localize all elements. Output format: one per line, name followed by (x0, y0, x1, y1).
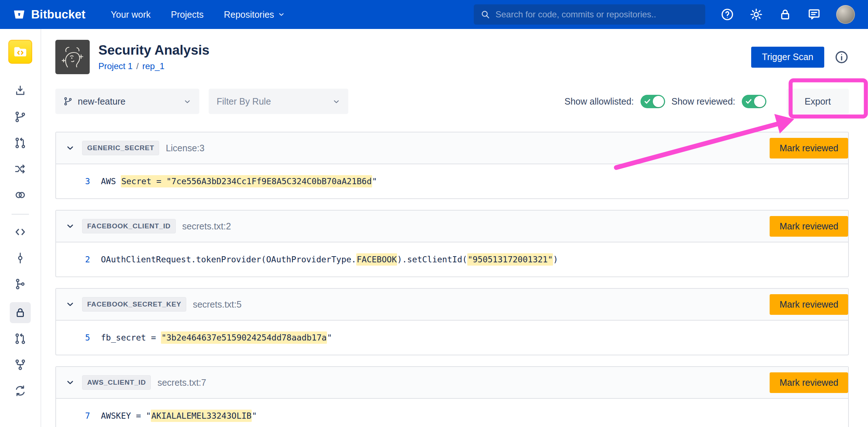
check-icon (644, 98, 651, 105)
code-segment: FACEBOOK (356, 253, 397, 266)
branch-selector[interactable]: new-feature (55, 89, 199, 114)
page-header: Security Analysis Project 1 / rep_1 Trig… (55, 40, 849, 74)
clone-icon[interactable] (12, 83, 28, 99)
rule-filter-selector[interactable]: Filter By Rule (209, 89, 348, 114)
rule-badge: AWS_CLIENT_ID (82, 375, 151, 390)
trigger-scan-button[interactable]: Trigger Scan (751, 47, 824, 68)
show-allowlisted-label: Show allowlisted: (565, 96, 634, 107)
deployments-icon[interactable] (12, 187, 28, 203)
finding-header: AWS_CLIENT_ID secrets.txt:7 Mark reviewe… (56, 367, 848, 399)
code-line: OAuthClientRequest.tokenProvider(OAuthPr… (101, 255, 558, 264)
code-segment: ) (553, 255, 558, 264)
top-nav: Bitbucket Your work Projects Repositorie… (0, 0, 868, 29)
collapse-chevron-icon[interactable] (65, 221, 75, 231)
folder-code-icon (12, 44, 28, 60)
code-segment: "3b2e464637e5159024254dd78aadb17a (161, 331, 327, 344)
collapse-chevron-icon[interactable] (65, 143, 75, 153)
show-reviewed-toggle[interactable] (742, 95, 766, 108)
pipelines-icon[interactable] (12, 161, 28, 177)
main-content: Security Analysis Project 1 / rep_1 Trig… (41, 29, 868, 427)
finding-header: GENERIC_SECRET License:3 Mark reviewed (56, 132, 848, 164)
code-segment: "950513172001321" (467, 253, 553, 266)
toggle-knob (653, 96, 664, 107)
finding-card: AWS_CLIENT_ID secrets.txt:7 Mark reviewe… (55, 366, 849, 427)
repo-avatar-folder-code[interactable] (8, 40, 32, 64)
nav-your-work-label: Your work (111, 9, 150, 20)
collapse-chevron-icon[interactable] (65, 378, 75, 387)
nav-repositories-label: Repositories (224, 9, 274, 20)
code-segment: " (372, 177, 377, 186)
finding-code-row: 2 OAuthClientRequest.tokenProvider(OAuth… (56, 242, 848, 276)
show-allowlisted-toggle[interactable] (641, 95, 665, 108)
rule-badge: FACEBOOK_CLIENT_ID (82, 219, 176, 233)
info-icon[interactable] (834, 50, 849, 64)
finding-header: FACEBOOK_SECRET_KEY secrets.txt:5 Mark r… (56, 289, 848, 321)
breadcrumb-project-link[interactable]: Project 1 (98, 61, 133, 71)
code-line-number: 7 (74, 411, 90, 420)
pull-request-icon[interactable] (12, 135, 28, 151)
show-reviewed-label: Show reviewed: (672, 96, 735, 107)
bitbucket-app: Bitbucket Your work Projects Repositorie… (0, 0, 868, 427)
forks-icon[interactable] (12, 357, 28, 373)
code-line-number: 5 (74, 333, 90, 342)
finding-code-row: 3 AWS Secret = "7ce556A3bD234Cc1Ff9E8A5C… (56, 164, 848, 198)
finding-card: FACEBOOK_CLIENT_ID secrets.txt:2 Mark re… (55, 210, 849, 277)
nav-your-work[interactable]: Your work (111, 9, 150, 20)
nav-projects[interactable]: Projects (171, 9, 204, 20)
collapse-chevron-icon[interactable] (65, 300, 75, 309)
code-line: AWS Secret = "7ce556A3bD234Cc1Ff9E8A5C32… (101, 177, 377, 186)
code-line-number: 2 (74, 255, 90, 264)
nav-right-group (474, 4, 855, 25)
code-segment: Secret = "7ce556A3bD234Cc1Ff9E8A5C324C0b… (121, 175, 372, 187)
nav-repositories[interactable]: Repositories (224, 9, 285, 20)
nav-projects-label: Projects (171, 9, 204, 20)
code-segment: ).setClientId( (397, 255, 467, 264)
search-input[interactable] (495, 9, 699, 20)
mark-reviewed-button[interactable]: Mark reviewed (770, 294, 848, 315)
findings-list: GENERIC_SECRET License:3 Mark reviewed 3… (55, 132, 849, 427)
bitbucket-logo-icon (13, 8, 25, 21)
commits-icon[interactable] (12, 250, 28, 266)
source-code-icon[interactable] (12, 224, 28, 240)
security-lock-nav-icon[interactable] (778, 8, 792, 21)
user-avatar[interactable] (836, 5, 855, 24)
code-segment: OAuthClientRequest.tokenProvider(OAuthPr… (101, 255, 356, 264)
toggle-knob (754, 96, 765, 107)
repo-avatar-image (55, 40, 90, 74)
rule-badge: GENERIC_SECRET (82, 141, 159, 155)
repo-avatar-art (55, 40, 90, 74)
mark-reviewed-button[interactable]: Mark reviewed (770, 138, 848, 158)
finding-location: secrets.txt:2 (182, 221, 231, 232)
help-icon[interactable] (720, 8, 734, 21)
export-button[interactable]: Export (787, 89, 849, 114)
code-segment: " (327, 333, 332, 342)
finding-code-row: 7 AWSKEY = "AKIALALEMEL33243OLIB" (56, 399, 848, 427)
finding-location: secrets.txt:7 (157, 377, 206, 388)
finding-location: License:3 (166, 143, 204, 153)
search-box (474, 4, 705, 25)
settings-gear-icon[interactable] (749, 8, 763, 21)
branch-icon[interactable] (12, 109, 28, 125)
chevron-down-icon (332, 97, 340, 105)
finding-code-row: 5 fb_secret = "3b2e464637e5159024254dd78… (56, 321, 848, 355)
search-icon (480, 9, 490, 20)
breadcrumb-repo-link[interactable]: rep_1 (142, 61, 164, 71)
branch-selector-icon (63, 97, 73, 106)
rule-badge: FACEBOOK_SECRET_KEY (82, 297, 186, 312)
mark-reviewed-button[interactable]: Mark reviewed (770, 372, 848, 393)
check-icon (745, 98, 752, 105)
rule-filter-placeholder: Filter By Rule (217, 96, 271, 107)
finding-card: FACEBOOK_SECRET_KEY secrets.txt:5 Mark r… (55, 288, 849, 355)
finding-card: GENERIC_SECRET License:3 Mark reviewed 3… (55, 132, 849, 199)
filter-row: new-feature Filter By Rule Show allowlis… (55, 89, 849, 114)
bitbucket-logo[interactable]: Bitbucket (13, 8, 85, 21)
sync-icon[interactable] (12, 383, 28, 399)
code-segment: fb_secret = (101, 333, 161, 342)
branches-icon[interactable] (12, 276, 28, 292)
security-lock-icon[interactable] (10, 302, 31, 323)
feedback-icon[interactable] (807, 8, 821, 21)
code-segment: AWSKEY = " (101, 411, 151, 420)
pull-requests-icon[interactable] (12, 331, 28, 347)
page-title: Security Analysis (98, 43, 209, 58)
mark-reviewed-button[interactable]: Mark reviewed (770, 216, 848, 237)
